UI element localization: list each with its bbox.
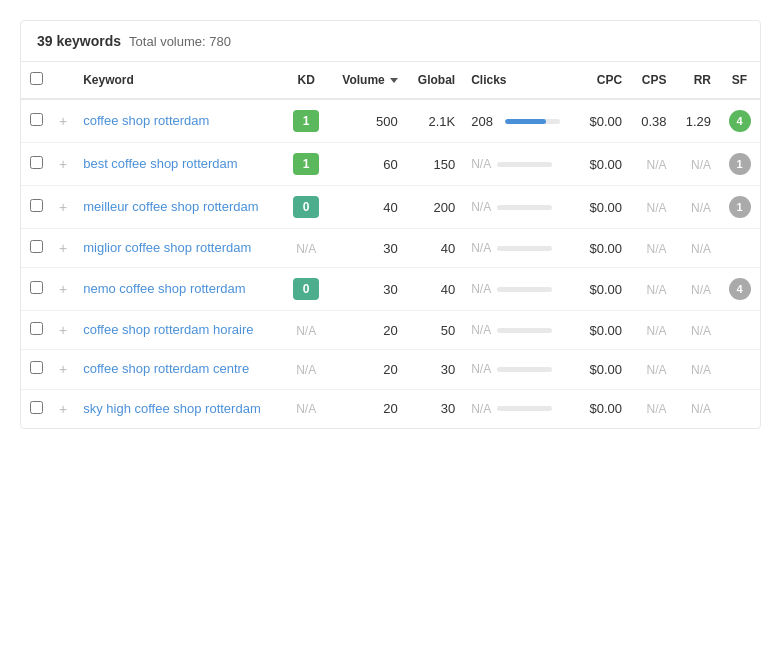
- add-keyword-cell: +: [51, 350, 75, 389]
- clicks-value: N/A: [471, 157, 491, 171]
- plus-header: [51, 62, 75, 99]
- select-all-header[interactable]: [21, 62, 51, 99]
- keyword-link[interactable]: coffee shop rotterdam: [83, 113, 209, 128]
- volume-cell: 500: [329, 99, 406, 143]
- kd-cell: 1: [284, 143, 329, 186]
- cpc-value: $0.00: [590, 282, 623, 297]
- keyword-cell: best coffee shop rotterdam: [75, 143, 283, 186]
- kd-cell: 0: [284, 186, 329, 229]
- global-cell: 150: [406, 143, 463, 186]
- volume-cell: 20: [329, 311, 406, 350]
- kd-value: N/A: [296, 324, 316, 338]
- kd-badge: 0: [293, 278, 319, 300]
- row-checkbox-cell: [21, 143, 51, 186]
- keyword-link[interactable]: coffee shop rotterdam horaire: [83, 322, 253, 337]
- kd-cell: N/A: [284, 350, 329, 389]
- row-checkbox-cell: [21, 99, 51, 143]
- kd-cell: N/A: [284, 311, 329, 350]
- global-col-header: Global: [406, 62, 463, 99]
- clicks-cell: N/A: [463, 229, 576, 268]
- add-keyword-icon[interactable]: +: [59, 240, 67, 256]
- kd-value: N/A: [296, 363, 316, 377]
- cpc-value: $0.00: [590, 200, 623, 215]
- cpc-value: $0.00: [590, 362, 623, 377]
- add-keyword-icon[interactable]: +: [59, 199, 67, 215]
- keyword-cell: nemo coffee shop rotterdam: [75, 268, 283, 311]
- add-keyword-cell: +: [51, 389, 75, 428]
- keyword-link[interactable]: coffee shop rotterdam centre: [83, 361, 249, 376]
- global-cell: 2.1K: [406, 99, 463, 143]
- cps-value: N/A: [647, 242, 667, 256]
- rr-value: N/A: [691, 201, 711, 215]
- add-keyword-icon[interactable]: +: [59, 281, 67, 297]
- clicks-bar-track: [497, 406, 552, 411]
- cps-value: N/A: [647, 402, 667, 416]
- keyword-cell: sky high coffee shop rotterdam: [75, 389, 283, 428]
- clicks-value: N/A: [471, 362, 491, 376]
- clicks-col-header: Clicks: [463, 62, 576, 99]
- volume-cell: 40: [329, 186, 406, 229]
- sf-cell: [719, 311, 760, 350]
- clicks-bar-track: [497, 246, 552, 251]
- row-checkbox[interactable]: [30, 281, 43, 294]
- add-keyword-icon[interactable]: +: [59, 322, 67, 338]
- sf-cell: [719, 389, 760, 428]
- row-checkbox[interactable]: [30, 113, 43, 126]
- table-row: +coffee shop rotterdam horaireN/A2050 N/…: [21, 311, 760, 350]
- cps-value: N/A: [647, 283, 667, 297]
- row-checkbox-cell: [21, 389, 51, 428]
- clicks-value: N/A: [471, 323, 491, 337]
- keyword-link[interactable]: best coffee shop rotterdam: [83, 156, 237, 171]
- cpc-value: $0.00: [590, 157, 623, 172]
- add-keyword-icon[interactable]: +: [59, 361, 67, 377]
- cpc-cell: $0.00: [576, 311, 630, 350]
- cps-cell: N/A: [630, 268, 674, 311]
- row-checkbox[interactable]: [30, 401, 43, 414]
- global-cell: 40: [406, 229, 463, 268]
- volume-value: 30: [383, 241, 397, 256]
- clicks-value: N/A: [471, 200, 491, 214]
- rr-cell: N/A: [675, 350, 719, 389]
- global-cell: 30: [406, 389, 463, 428]
- keyword-link[interactable]: meilleur coffee shop rotterdam: [83, 199, 258, 214]
- global-value: 200: [433, 200, 455, 215]
- cpc-value: $0.00: [590, 401, 623, 416]
- table-row: +coffee shop rotterdam centreN/A2030 N/A…: [21, 350, 760, 389]
- kd-badge: 1: [293, 153, 319, 175]
- clicks-value: 208: [471, 114, 499, 129]
- select-all-checkbox[interactable]: [30, 72, 43, 85]
- volume-cell: 20: [329, 350, 406, 389]
- clicks-bar-track: [505, 119, 560, 124]
- clicks-bar-track: [497, 367, 552, 372]
- cpc-value: $0.00: [590, 323, 623, 338]
- keyword-link[interactable]: nemo coffee shop rotterdam: [83, 281, 245, 296]
- add-keyword-icon[interactable]: +: [59, 401, 67, 417]
- volume-col-header[interactable]: Volume: [329, 62, 406, 99]
- row-checkbox[interactable]: [30, 322, 43, 335]
- row-checkbox[interactable]: [30, 361, 43, 374]
- cpc-cell: $0.00: [576, 350, 630, 389]
- cps-value: N/A: [647, 363, 667, 377]
- add-keyword-icon[interactable]: +: [59, 113, 67, 129]
- row-checkbox[interactable]: [30, 156, 43, 169]
- add-keyword-icon[interactable]: +: [59, 156, 67, 172]
- keyword-link[interactable]: sky high coffee shop rotterdam: [83, 401, 261, 416]
- kd-badge: 0: [293, 196, 319, 218]
- keyword-cell: coffee shop rotterdam: [75, 99, 283, 143]
- volume-value: 500: [376, 114, 398, 129]
- sf-badge: 1: [729, 196, 751, 218]
- row-checkbox-cell: [21, 268, 51, 311]
- keyword-link[interactable]: miglior coffee shop rotterdam: [83, 240, 251, 255]
- kd-cell: N/A: [284, 229, 329, 268]
- global-cell: 50: [406, 311, 463, 350]
- rr-cell: N/A: [675, 268, 719, 311]
- clicks-cell: N/A: [463, 389, 576, 428]
- volume-value: 30: [383, 282, 397, 297]
- row-checkbox-cell: [21, 350, 51, 389]
- cps-cell: N/A: [630, 186, 674, 229]
- volume-value: 40: [383, 200, 397, 215]
- rr-value: N/A: [691, 283, 711, 297]
- row-checkbox[interactable]: [30, 199, 43, 212]
- row-checkbox[interactable]: [30, 240, 43, 253]
- sf-col-header: SF: [719, 62, 760, 99]
